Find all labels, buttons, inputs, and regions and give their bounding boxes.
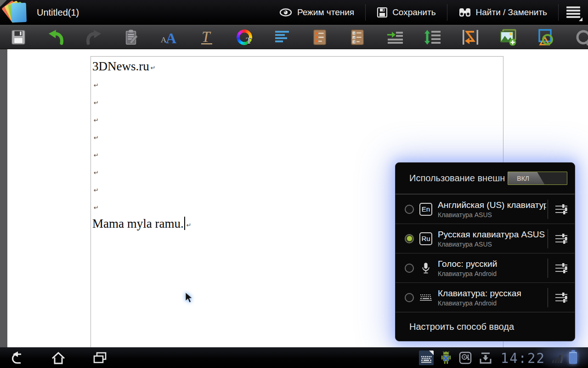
save-icon [10, 29, 27, 46]
radio-button[interactable] [405, 264, 414, 273]
keyboard-icon [420, 294, 432, 301]
ime-settings-button[interactable] [548, 283, 575, 312]
navigation-buttons [8, 347, 108, 368]
clock[interactable]: 14:22 [501, 350, 545, 366]
ime-option-title: Русская клавиатура ASUS [438, 230, 546, 240]
find-replace-button[interactable]: Найти / Заменить [447, 0, 558, 25]
floppy-icon [377, 7, 388, 18]
indent-button[interactable] [386, 28, 404, 46]
usb-storage-icon[interactable] [458, 351, 472, 365]
ime-option-keyboard-russian[interactable]: Клавиатура: русская Клавиатура Android [396, 282, 575, 312]
font-color-button[interactable]: T [235, 28, 254, 46]
external-keyboard-label: Использование внешней [409, 173, 505, 184]
find-replace-label: Найти / Заменить [476, 7, 547, 17]
insert-shape-button[interactable] [537, 28, 555, 46]
ru-badge: Ru [419, 232, 432, 245]
paragraph-mark: ↵ [94, 117, 99, 124]
redo-button[interactable] [85, 28, 103, 46]
keyboard-ime-tray-icon[interactable] [419, 351, 434, 365]
svg-text:1: 1 [353, 31, 355, 34]
text-wrap-button[interactable] [461, 28, 480, 46]
input-method-popup: Использование внешней ВКЛ En Английская … [395, 162, 575, 341]
align-button[interactable] [273, 28, 291, 46]
paste-button[interactable] [122, 28, 141, 46]
ime-settings-button[interactable] [548, 253, 575, 283]
svg-text:3: 3 [353, 40, 355, 43]
font-color-icon: T [237, 29, 252, 45]
bullet-list-button[interactable] [311, 28, 329, 46]
font-size-icon: A A [160, 28, 178, 46]
ime-settings-button[interactable] [548, 224, 575, 253]
line-spacing-button[interactable] [424, 28, 442, 46]
paragraph-mark: ↵ [94, 152, 99, 159]
signal-icon [552, 353, 564, 363]
sliders-icon [554, 261, 568, 275]
radio-button[interactable] [405, 205, 414, 214]
home-icon [50, 350, 67, 366]
ime-option-english-us[interactable]: En Английская (US) клавиатура Клавиатура… [396, 194, 575, 224]
svg-text:2: 2 [353, 36, 355, 39]
paragraph-mark: ↵ [187, 222, 192, 229]
numbered-list-icon: 1 2 3 [349, 28, 366, 46]
ime-option-voice-russian[interactable]: Голос: русский Клавиатура Android [396, 253, 575, 282]
top-actions: Режим чтения Сохранить [268, 0, 588, 25]
ime-option-title: Голос: русский [438, 259, 546, 269]
configure-input-label: Настроить способ ввода [409, 322, 514, 332]
insert-image-button[interactable] [499, 28, 517, 46]
ime-option-russian-asus[interactable]: Ru Русская клавиатура ASUS Клавиатура AS… [396, 224, 575, 253]
overflow-menu-button[interactable] [559, 0, 588, 25]
binoculars-icon [458, 7, 471, 18]
menu-icon [566, 6, 580, 18]
microphone-icon [421, 262, 430, 275]
configure-input-methods-button[interactable]: Настроить способ ввода [396, 312, 575, 341]
indent-icon [386, 28, 404, 46]
undo-icon [47, 28, 65, 46]
ime-settings-button[interactable] [548, 195, 575, 224]
redo-icon [85, 28, 103, 46]
radio-button[interactable] [405, 293, 414, 302]
recent-apps-icon [91, 350, 108, 366]
android-debug-icon[interactable] [440, 351, 452, 365]
doc-empty-line: ↵ [92, 110, 500, 127]
home-button[interactable] [50, 349, 67, 367]
back-icon [9, 350, 25, 366]
save-button[interactable]: Сохранить [366, 0, 447, 25]
toggle-on-label: ВКЛ [508, 172, 544, 184]
paragraph-mark: ↵ [94, 204, 99, 211]
doc-empty-line: ↵ [92, 92, 500, 110]
undo-button[interactable] [47, 28, 65, 46]
font-button[interactable]: A A [160, 28, 178, 46]
en-badge: En [419, 203, 432, 216]
doc-empty-line: ↵ [92, 127, 500, 145]
top-bar: Untitled(1) Режим чтения Сохранить [0, 0, 588, 25]
polaris-office-logo-icon [7, 2, 31, 23]
insert-shape-icon [537, 28, 555, 46]
text-wrap-icon [461, 28, 480, 46]
insert-image-icon [499, 28, 517, 46]
paragraph-mark: ↵ [94, 169, 99, 176]
battery-icon [569, 352, 577, 364]
numbered-list-button[interactable]: 1 2 3 [348, 28, 367, 46]
radio-button-selected[interactable] [405, 234, 414, 243]
reading-mode-button[interactable]: Режим чтения [268, 0, 365, 25]
recent-apps-button[interactable] [91, 349, 108, 367]
sliders-icon [554, 232, 568, 246]
ime-option-title: Клавиатура: русская [438, 288, 546, 299]
back-button[interactable] [8, 349, 26, 367]
paste-icon [123, 29, 140, 46]
external-keyboard-toggle[interactable]: ВКЛ [508, 172, 567, 185]
document-edge-strip [0, 49, 7, 347]
paragraph-mark: ↵ [94, 99, 99, 106]
more-tools-button[interactable] [574, 28, 588, 46]
doc-empty-line: ↵ [92, 75, 500, 92]
sliders-icon [554, 291, 568, 305]
text-style-button[interactable]: T [198, 28, 216, 46]
line-spacing-icon [424, 28, 442, 46]
format-toolbar: A A T T [0, 25, 588, 49]
svg-text:A: A [166, 30, 176, 46]
save-button[interactable] [9, 28, 28, 46]
download-icon[interactable] [478, 351, 493, 365]
ime-popup-header: Использование внешней ВКЛ [396, 163, 575, 194]
text-caret [184, 217, 185, 230]
status-tray[interactable]: 14:22 [419, 347, 577, 368]
